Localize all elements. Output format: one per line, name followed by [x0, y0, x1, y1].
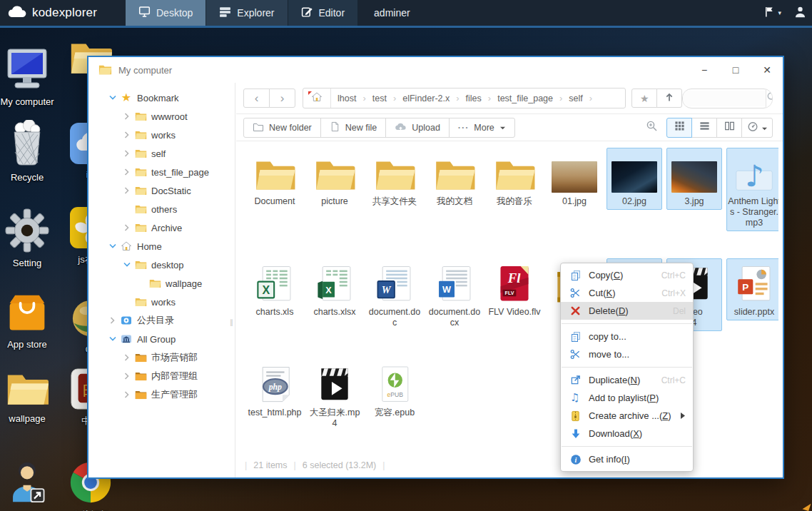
tree-item-wallpage[interactable]: wallpage	[88, 274, 235, 293]
user-avatar-button[interactable]	[791, 6, 809, 21]
chevron-right-icon[interactable]	[121, 187, 133, 194]
file-box: Wdocument.docx	[427, 258, 482, 331]
more-button[interactable]: ···More	[449, 118, 515, 138]
language-flag-button[interactable]: ▾	[758, 6, 787, 21]
file-item-charts-xlsx[interactable]: Xcharts.xlsx	[305, 258, 365, 320]
file-item-item[interactable]: 我的文档	[425, 148, 484, 210]
file-item-document-docx[interactable]: Wdocument.docx	[425, 258, 484, 331]
file-item-mp4[interactable]: 大圣归来.mp4	[305, 359, 365, 432]
grid-view-button[interactable]	[666, 118, 692, 138]
tree-item-item[interactable]: 内部管理组	[88, 367, 235, 385]
tree-item-desktop[interactable]: desktop	[88, 256, 235, 274]
back-button[interactable]: ‹	[243, 88, 270, 108]
close-button[interactable]: ✕	[751, 57, 783, 83]
file-item-test-html-php[interactable]: phptest_html.php	[245, 359, 305, 421]
tab-explorer[interactable]: Explorer	[205, 0, 287, 26]
file-item-item[interactable]: 共享文件夹	[365, 148, 425, 210]
chevron-right-icon[interactable]	[107, 317, 118, 324]
forward-button[interactable]: ›	[269, 88, 295, 108]
file-item-epub[interactable]: ePUB宽容.epub	[365, 359, 425, 421]
file-item-charts-xls[interactable]: Xcharts.xls	[245, 258, 305, 320]
file-item-02-jpg[interactable]: 02.jpg	[604, 148, 664, 210]
new-folder-button[interactable]: New folder	[243, 118, 321, 138]
crumb-lhost[interactable]: lhost	[331, 93, 362, 103]
crumb-self[interactable]: self	[562, 93, 589, 103]
tree-item-self[interactable]: self	[88, 144, 235, 163]
desktop-icon-my-computer[interactable]: My computer	[3, 47, 51, 107]
chevron-right-icon[interactable]	[121, 373, 133, 380]
file-item-slider-pptx[interactable]: Pslider.pptx	[724, 258, 778, 320]
minimize-button[interactable]: −	[689, 57, 720, 83]
menu-item-get-info[interactable]: iGet info(I)	[561, 450, 693, 468]
theme-view-button[interactable]	[741, 118, 773, 138]
crumb-test-file-page[interactable]: test_file_page	[491, 93, 559, 103]
app-logo[interactable]: kodexplorer	[0, 0, 126, 26]
file-item-flv-video-flv[interactable]: FlFLVFLV Video.flv	[484, 258, 544, 320]
sidebar-resize-handle[interactable]: ∥	[230, 318, 234, 326]
tree-item-item[interactable]: 市场营销部	[88, 348, 235, 367]
favorite-button[interactable]: ★	[631, 88, 657, 108]
file-item-picture[interactable]: picture	[305, 148, 365, 210]
tree-item-works[interactable]: works	[88, 293, 235, 311]
tab-adminer[interactable]: adminer	[358, 0, 426, 26]
window-titlebar[interactable]: My computer −□✕	[88, 57, 783, 83]
tree-item-archive[interactable]: Archive	[88, 218, 235, 237]
columns-view-button[interactable]	[716, 118, 742, 138]
menu-item-download[interactable]: Download(X)	[561, 425, 693, 442]
file-item-document-doc[interactable]: Wdocument.doc	[365, 258, 425, 331]
file-item-anthem-lights-stranger-mp3[interactable]: ♪Anthem Lights - Stranger.mp3	[724, 148, 778, 231]
chevron-right-icon[interactable]	[121, 354, 133, 361]
chevron-down-icon[interactable]	[107, 94, 118, 101]
new-file-button[interactable]: New file	[320, 118, 386, 138]
menu-item-copy[interactable]: Copy(C)Ctrl+C	[561, 266, 693, 284]
upload-button[interactable]: Upload	[385, 118, 450, 138]
chevron-down-icon[interactable]	[107, 243, 118, 250]
list-view-button[interactable]	[691, 118, 717, 138]
crumb-test[interactable]: test	[366, 93, 393, 103]
chevron-right-icon[interactable]	[121, 131, 133, 138]
menu-item-add-to-playlist[interactable]: ♫Add to playlist(P)	[561, 389, 693, 407]
file-item-3-jpg[interactable]: 3.jpg	[664, 148, 724, 210]
menu-item-cut[interactable]: Cut(K)Ctrl+X	[561, 284, 693, 302]
tree-item-wwwroot[interactable]: wwwroot	[88, 107, 235, 126]
desktop-icon-wallpage[interactable]: wallpage	[3, 371, 51, 424]
chevron-right-icon[interactable]	[121, 113, 133, 120]
breadcrumb-home-button[interactable]	[303, 88, 331, 108]
tree-item-bookmark[interactable]: ★Bookmark	[88, 88, 235, 107]
tree-item-item[interactable]: 公共目录	[88, 311, 235, 330]
search-button[interactable]	[766, 89, 773, 108]
file-item-item[interactable]: 我的音乐	[484, 148, 544, 210]
menu-item-copy-to[interactable]: copy to...	[561, 328, 693, 345]
tab-editor[interactable]: Editor	[288, 0, 359, 26]
crumb-files[interactable]: files	[460, 93, 488, 103]
chevron-down-icon[interactable]	[107, 335, 118, 343]
tree-item-all-group[interactable]: All Group	[88, 330, 235, 348]
chevron-right-icon[interactable]	[121, 150, 133, 157]
chevron-right-icon[interactable]	[121, 224, 133, 231]
maximize-button[interactable]: □	[720, 57, 751, 83]
desktop-icon-item[interactable]	[3, 460, 51, 507]
desktop-icon-setting[interactable]: Setting	[3, 208, 51, 268]
file-item-01-jpg[interactable]: 01.jpg	[544, 148, 604, 210]
menu-item-delete[interactable]: Delete(D)Del	[561, 302, 693, 320]
menu-item-move-to[interactable]: move to...	[561, 345, 693, 363]
chevron-down-icon[interactable]	[121, 261, 133, 268]
tree-item-others[interactable]: others	[88, 200, 235, 218]
menu-item-duplicate[interactable]: Duplicate(N)Ctrl+C	[561, 371, 693, 389]
chevron-right-icon[interactable]	[121, 168, 133, 176]
tree-item-item[interactable]: 生产管理部	[88, 385, 235, 404]
search-input[interactable]	[683, 91, 766, 106]
file-item-document[interactable]: Document	[245, 148, 305, 210]
desktop-icon-app-store[interactable]: App store	[3, 291, 51, 350]
tree-item-docstatic[interactable]: DocStatic	[88, 181, 235, 200]
tab-desktop[interactable]: Desktop	[126, 0, 205, 26]
menu-item-create-archive[interactable]: Create archive ...(Z)	[561, 407, 693, 425]
tree-item-works[interactable]: works	[88, 126, 235, 144]
go-up-button[interactable]	[656, 88, 682, 108]
crumb-elfinder-2-x[interactable]: elFinder-2.x	[396, 93, 456, 103]
tree-item-home[interactable]: Home	[88, 237, 235, 256]
chevron-right-icon[interactable]	[121, 391, 133, 398]
zoom-button[interactable]	[646, 120, 658, 135]
desktop-icon-recycle[interactable]: Recycle	[3, 120, 51, 183]
tree-item-test-file-page[interactable]: test_file_page	[88, 163, 235, 181]
